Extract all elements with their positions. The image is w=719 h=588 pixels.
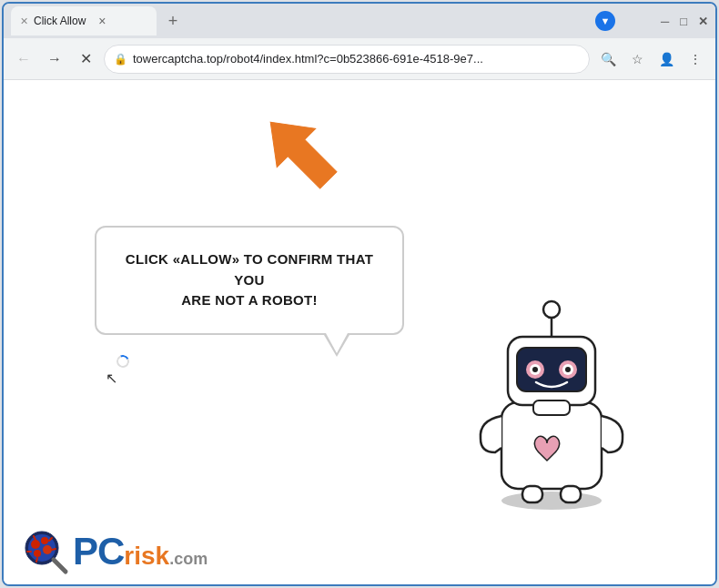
forward-button[interactable]: → — [42, 46, 67, 72]
reload-button[interactable]: ✕ — [73, 46, 98, 72]
address-bar[interactable]: 🔒 towercaptcha.top/robot4/index.html?c=0… — [104, 45, 590, 74]
menu-button[interactable]: ⋮ — [683, 46, 708, 72]
pc-text: PC — [73, 530, 124, 573]
svg-point-20 — [43, 545, 52, 554]
com-text: .com — [169, 550, 208, 569]
svg-line-25 — [36, 558, 37, 562]
svg-point-18 — [31, 540, 40, 549]
svg-rect-6 — [533, 400, 570, 415]
svg-rect-3 — [522, 486, 542, 502]
browser-window: ✕ Click Allow × + ▼ ─ □ ✕ ← → ✕ 🔒 towerc… — [2, 2, 717, 586]
bubble-text: CLICK «ALLOW» TO CONFIRM THAT YOU ARE NO… — [124, 249, 375, 311]
notification-indicator: ▼ — [595, 11, 615, 31]
svg-line-24 — [52, 549, 56, 550]
browser-toolbar: ← → ✕ 🔒 towercaptcha.top/robot4/index.ht… — [4, 38, 715, 80]
risk-text: risk — [124, 542, 169, 571]
back-button[interactable]: ← — [11, 46, 36, 72]
loading-spinner — [114, 352, 131, 370]
svg-point-14 — [532, 367, 538, 372]
search-button[interactable]: 🔍 — [595, 46, 621, 72]
mouse-cursor: ↖ — [106, 370, 117, 387]
tab-title: Click Allow — [34, 15, 86, 27]
svg-point-19 — [41, 537, 48, 544]
pcrisk-logo: PC risk .com — [22, 528, 208, 575]
svg-point-21 — [34, 550, 41, 557]
bookmark-button[interactable]: ☆ — [624, 46, 650, 72]
robot-illustration — [461, 275, 643, 512]
minimize-button[interactable]: ─ — [661, 15, 669, 28]
svg-marker-0 — [258, 106, 340, 197]
allow-arrow — [258, 106, 340, 200]
svg-point-15 — [565, 367, 571, 372]
close-button[interactable]: ✕ — [698, 15, 708, 28]
window-controls: ─ □ ✕ — [661, 15, 708, 28]
url-text: towercaptcha.top/robot4/index.html?c=0b5… — [133, 52, 580, 66]
page-content: CLICK «ALLOW» TO CONFIRM THAT YOU ARE NO… — [4, 80, 715, 584]
lock-icon: 🔒 — [114, 53, 127, 66]
maximize-button[interactable]: □ — [680, 15, 687, 28]
pc-blue-text: PC — [73, 530, 124, 573]
tab-favicon: ✕ — [20, 15, 28, 27]
svg-point-1 — [501, 492, 602, 510]
speech-bubble: CLICK «ALLOW» TO CONFIRM THAT YOU ARE NO… — [95, 226, 404, 335]
toolbar-right-buttons: 🔍 ☆ 👤 ⋮ — [595, 46, 708, 72]
title-bar: ✕ Click Allow × + ▼ ─ □ ✕ — [4, 4, 715, 38]
svg-rect-4 — [561, 486, 581, 502]
browser-tab[interactable]: ✕ Click Allow × — [11, 6, 157, 35]
svg-line-27 — [54, 560, 66, 572]
svg-point-8 — [543, 301, 560, 318]
profile-button[interactable]: 👤 — [653, 46, 679, 72]
new-tab-button[interactable]: + — [160, 8, 186, 34]
tab-close-button[interactable]: × — [95, 14, 109, 28]
